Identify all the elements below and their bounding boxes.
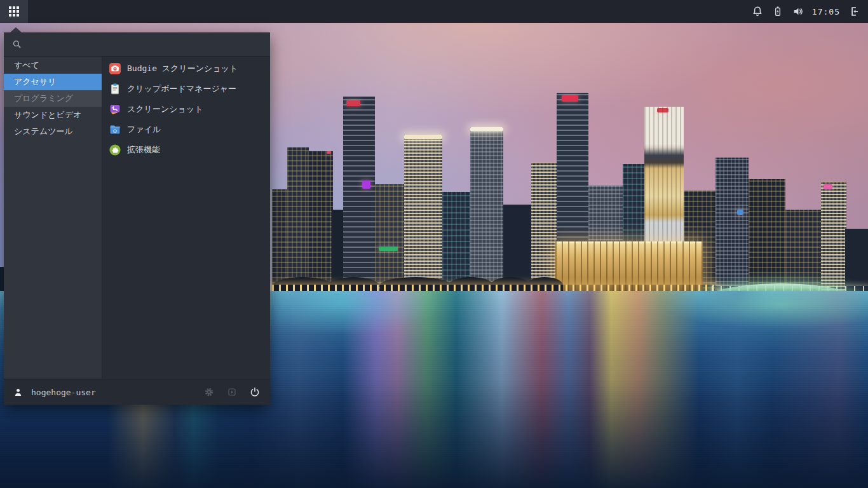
top-panel: 17:05	[0, 0, 868, 23]
app-item-0[interactable]: Budgie スクリーンショット	[102, 58, 270, 79]
power-button[interactable]	[248, 386, 261, 398]
search-input[interactable]	[27, 39, 262, 50]
clock: 17:05	[812, 7, 840, 17]
settings-gear-icon	[204, 387, 214, 397]
app-grid-button[interactable]	[0, 0, 28, 23]
menu-footer: hogehoge-user	[4, 379, 270, 405]
files-icon	[109, 123, 121, 136]
power-icon	[249, 386, 261, 398]
category-item-1[interactable]: アクセサリ	[4, 74, 102, 90]
clipboard-icon	[109, 83, 121, 95]
popup-arrow	[10, 27, 22, 32]
category-item-0[interactable]: すべて	[4, 57, 102, 74]
user-icon	[13, 387, 24, 398]
volume-icon	[792, 5, 804, 18]
budgie-menu-popup: すべてアクセサリプログラミングサウンドとビデオシステムツール Budgie スク…	[4, 32, 270, 405]
extensions-icon	[109, 144, 121, 156]
app-item-label: ファイル	[127, 124, 161, 135]
app-item-2[interactable]: スクリーンショット	[102, 99, 270, 119]
raven-toggle-icon-button[interactable]	[848, 5, 860, 18]
restart-icon	[227, 387, 237, 397]
volume-icon-button[interactable]	[792, 5, 804, 18]
app-item-label: クリップボードマネージャー	[127, 83, 236, 95]
category-item-4[interactable]: システムツール	[4, 123, 102, 140]
app-item-label: Budgie スクリーンショット	[127, 63, 238, 74]
category-item-3[interactable]: サウンドとビデオ	[4, 107, 102, 123]
app-grid-icon	[9, 6, 19, 17]
menu-body: すべてアクセサリプログラミングサウンドとビデオシステムツール Budgie スク…	[4, 57, 270, 379]
system-tray: 17:05	[751, 5, 868, 18]
notifications-icon	[751, 5, 764, 18]
app-item-label: スクリーンショット	[127, 104, 203, 115]
restart-button[interactable]	[226, 386, 238, 398]
battery-charging-icon	[771, 5, 784, 18]
user-icon	[13, 387, 24, 398]
username: hogehoge-user	[31, 388, 96, 397]
app-item-3[interactable]: ファイル	[102, 119, 270, 140]
screenshot-icon	[109, 103, 121, 116]
search-icon	[11, 39, 22, 50]
app-item-4[interactable]: 拡張機能	[102, 140, 270, 160]
search-icon	[11, 39, 22, 50]
budgie-screenshot-icon	[109, 62, 121, 75]
raven-toggle-icon	[848, 5, 860, 18]
application-list: Budgie スクリーンショットクリップボードマネージャースクリーンショットファ…	[102, 57, 270, 379]
category-list: すべてアクセサリプログラミングサウンドとビデオシステムツール	[4, 57, 102, 379]
notifications-icon-button[interactable]	[751, 5, 764, 18]
battery-charging-icon-button[interactable]	[771, 5, 784, 18]
app-item-1[interactable]: クリップボードマネージャー	[102, 79, 270, 99]
app-item-label: 拡張機能	[127, 144, 160, 156]
category-item-2[interactable]: プログラミング	[4, 90, 102, 107]
settings-gear-button[interactable]	[203, 386, 215, 398]
search-bar[interactable]	[4, 32, 270, 57]
